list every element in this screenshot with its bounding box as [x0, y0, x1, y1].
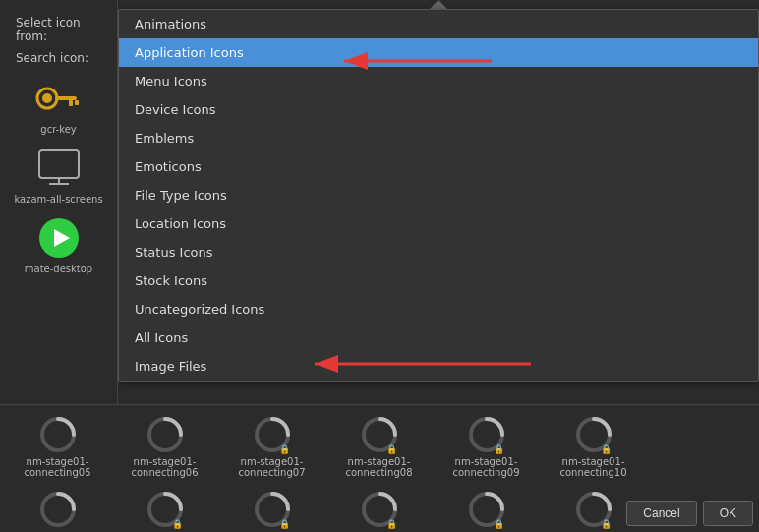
- bottom-grid-area: nm-stage01-connecting05 nm-stage01-conne…: [0, 404, 759, 532]
- grid-label-connecting08: nm-stage01-connecting08: [331, 456, 427, 478]
- svg-rect-2: [55, 96, 77, 100]
- caret-up-icon: [430, 0, 447, 9]
- grid-item-r2-5[interactable]: 🔒: [435, 486, 538, 532]
- grid-item-r2-1[interactable]: [6, 486, 109, 532]
- svg-point-1: [42, 93, 52, 103]
- grid-label-connecting10: nm-stage01-connecting10: [546, 456, 641, 478]
- dropdown-item-location-icons[interactable]: Location Icons: [119, 209, 758, 238]
- icon-item-kazam[interactable]: kazam-all-screens: [5, 141, 113, 208]
- dropdown-item-stock-icons[interactable]: Stock Icons: [119, 266, 758, 295]
- dropdown-item-uncategorized-icons[interactable]: Uncategorized Icons: [119, 295, 758, 324]
- select-icon-label: Select icon from:: [8, 10, 109, 45]
- grid-item-connecting10[interactable]: 🔒 nm-stage01-connecting10: [542, 411, 645, 482]
- dropdown-item-application-icons[interactable]: Application Icons: [119, 38, 758, 67]
- dropdown-item-image-files[interactable]: Image Files: [119, 352, 758, 381]
- dropdown-item-emblems[interactable]: Emblems: [119, 124, 758, 152]
- main-window: Select icon from: Search icon: gcr-key: [0, 0, 759, 532]
- dropdown-item-animations[interactable]: Animations: [119, 10, 758, 38]
- svg-rect-5: [39, 150, 79, 178]
- grid-item-connecting05[interactable]: nm-stage01-connecting05: [6, 411, 109, 482]
- grid-item-r2-3[interactable]: 🔒: [220, 486, 323, 532]
- icon-label-kazam: kazam-all-screens: [14, 194, 102, 205]
- dropdown-menu: Animations Application Icons Menu Icons …: [118, 9, 759, 382]
- grid-label-connecting07: nm-stage01-connecting07: [224, 456, 320, 478]
- grid-label-connecting06: nm-stage01-connecting06: [117, 456, 212, 478]
- svg-rect-4: [75, 100, 79, 105]
- dropdown-item-device-icons[interactable]: Device Icons: [119, 95, 758, 124]
- grid-item-r2-4[interactable]: 🔒: [327, 486, 431, 532]
- icon-item-mate[interactable]: mate-desktop: [5, 210, 113, 278]
- grid-item-connecting08[interactable]: 🔒 nm-stage01-connecting08: [327, 411, 431, 482]
- icon-label-mate: mate-desktop: [25, 264, 92, 274]
- icon-label-gcr-key: gcr-key: [40, 124, 76, 135]
- dropdown-item-status-icons[interactable]: Status Icons: [119, 238, 758, 266]
- grid-label-connecting05: nm-stage01-connecting05: [10, 456, 105, 478]
- grid-label-connecting09: nm-stage01-connecting09: [438, 456, 534, 478]
- svg-rect-3: [69, 100, 73, 106]
- icon-item-gcr-key[interactable]: gcr-key: [5, 71, 113, 139]
- grid-item-connecting09[interactable]: 🔒 nm-stage01-connecting09: [435, 411, 538, 482]
- search-icon-label: Search icon:: [8, 45, 109, 67]
- grid-item-connecting07[interactable]: 🔒 nm-stage01-connecting07: [220, 411, 323, 482]
- grid-item-connecting06[interactable]: nm-stage01-connecting06: [113, 411, 216, 482]
- footer-buttons: Cancel OK: [626, 501, 753, 526]
- dropdown-item-file-type-icons[interactable]: File Type Icons: [119, 181, 758, 209]
- key-icon: [35, 75, 83, 122]
- caret-up-container: [118, 0, 759, 9]
- ok-button[interactable]: OK: [703, 501, 753, 526]
- play-icon: [35, 214, 83, 262]
- grid-item-r2-2[interactable]: 🔒: [113, 486, 216, 532]
- dropdown-item-all-icons[interactable]: All Icons: [119, 324, 758, 352]
- dropdown-item-menu-icons[interactable]: Menu Icons: [119, 67, 758, 95]
- screen-icon: [35, 145, 83, 192]
- cancel-button[interactable]: Cancel: [626, 501, 696, 526]
- grid-row-1: nm-stage01-connecting05 nm-stage01-conne…: [6, 411, 753, 482]
- dropdown-item-emoticons[interactable]: Emoticons: [119, 152, 758, 181]
